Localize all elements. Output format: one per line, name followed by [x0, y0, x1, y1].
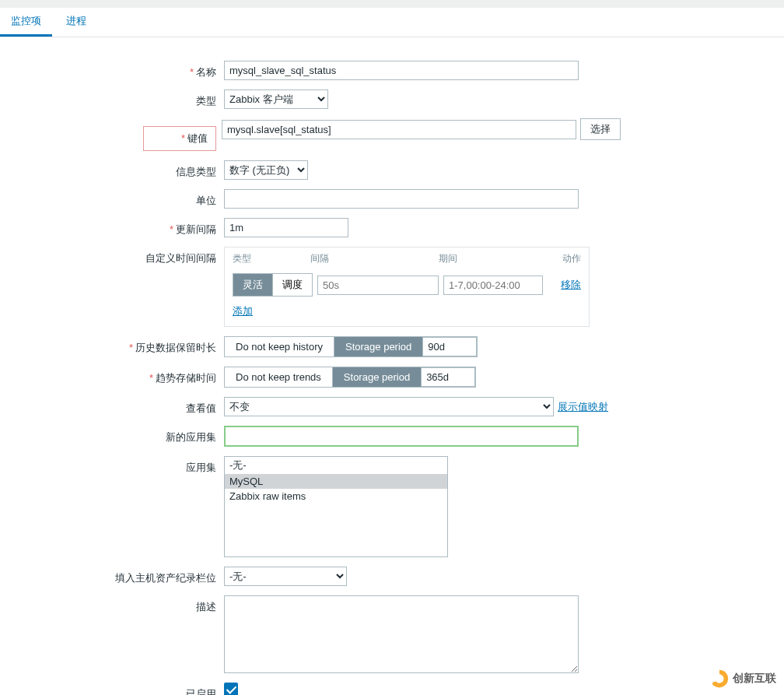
history-value-input[interactable] [422, 337, 477, 356]
interval-type-segment: 灵活 调度 [233, 273, 313, 297]
intervals-header-delay: 间隔 [310, 252, 439, 265]
label-update-interval: *更新间隔 [0, 218, 224, 237]
interval-type-scheduling[interactable]: 调度 [272, 274, 312, 296]
watermark-logo-icon [709, 669, 730, 689]
history-no-keep[interactable]: Do not keep history [225, 337, 334, 356]
app-item-zabbix-raw[interactable]: Zabbix raw items [225, 489, 447, 504]
interval-remove-link[interactable]: 移除 [561, 278, 581, 292]
label-name: *名称 [0, 61, 224, 79]
app-item-mysql[interactable]: MySQL [225, 474, 447, 489]
interval-period-input[interactable] [443, 276, 543, 295]
interval-delay-input[interactable] [317, 276, 439, 295]
label-history-storage: *历史数据保留时长 [0, 336, 224, 355]
label-host-inventory: 填入主机资产纪录栏位 [0, 567, 224, 585]
description-textarea[interactable] [224, 595, 579, 673]
svg-point-0 [712, 682, 716, 686]
select-button[interactable]: 选择 [580, 118, 621, 140]
trends-segment-group: Do not keep trends Storage period [224, 367, 476, 388]
watermark-text: 创新互联 [733, 672, 776, 686]
trends-no-keep[interactable]: Do not keep trends [225, 367, 332, 387]
unit-input[interactable] [224, 189, 579, 209]
host-inventory-select[interactable]: -无- [224, 567, 347, 586]
trends-value-input[interactable] [421, 367, 475, 387]
watermark: 创新互联 [709, 669, 776, 689]
intervals-header-action: 动作 [548, 252, 581, 265]
show-value-select[interactable]: 不变 [224, 397, 554, 416]
update-interval-input[interactable] [224, 218, 348, 237]
name-input[interactable] [224, 61, 579, 80]
label-unit: 单位 [0, 189, 224, 208]
enabled-checkbox[interactable] [224, 683, 238, 695]
label-type: 类型 [0, 90, 224, 108]
label-applications: 应用集 [0, 456, 224, 475]
label-key: *键值 [0, 118, 224, 151]
intervals-header-period: 期间 [439, 252, 548, 265]
new-application-input[interactable] [224, 426, 579, 447]
label-custom-intervals: 自定义时间间隔 [0, 247, 224, 265]
label-show-value: 查看值 [0, 397, 224, 416]
tabs-container: 监控项 进程 [0, 8, 784, 37]
applications-list[interactable]: -无- MySQL Zabbix raw items [224, 456, 448, 557]
label-new-application: 新的应用集 [0, 426, 224, 444]
intervals-header-type: 类型 [233, 252, 310, 265]
app-item-none[interactable]: -无- [225, 457, 447, 474]
label-enabled: 已启用 [0, 683, 224, 695]
show-value-mappings-link[interactable]: 展示值映射 [558, 400, 608, 414]
type-select[interactable]: Zabbix 客户端 [224, 90, 328, 109]
tab-process[interactable]: 进程 [55, 8, 97, 34]
form-area: *名称 类型 Zabbix 客户端 *键值 选择 信息类型 数字 (无正负) [0, 37, 784, 695]
history-segment-group: Do not keep history Storage period [224, 336, 478, 357]
custom-intervals-box: 类型 间隔 期间 动作 灵活 调度 移除 添加 [224, 247, 590, 327]
label-info-type: 信息类型 [0, 160, 224, 179]
key-input[interactable] [222, 120, 576, 139]
info-type-select[interactable]: 数字 (无正负) [224, 160, 308, 180]
tab-monitoring-item[interactable]: 监控项 [0, 8, 52, 37]
interval-type-flexible[interactable]: 灵活 [233, 274, 272, 296]
label-description: 描述 [0, 595, 224, 614]
interval-add-link[interactable]: 添加 [225, 300, 261, 326]
top-bar [0, 0, 784, 8]
label-trend-storage: *趋势存储时间 [0, 367, 224, 385]
history-storage-period[interactable]: Storage period [334, 337, 422, 356]
trends-storage-period[interactable]: Storage period [332, 367, 421, 387]
